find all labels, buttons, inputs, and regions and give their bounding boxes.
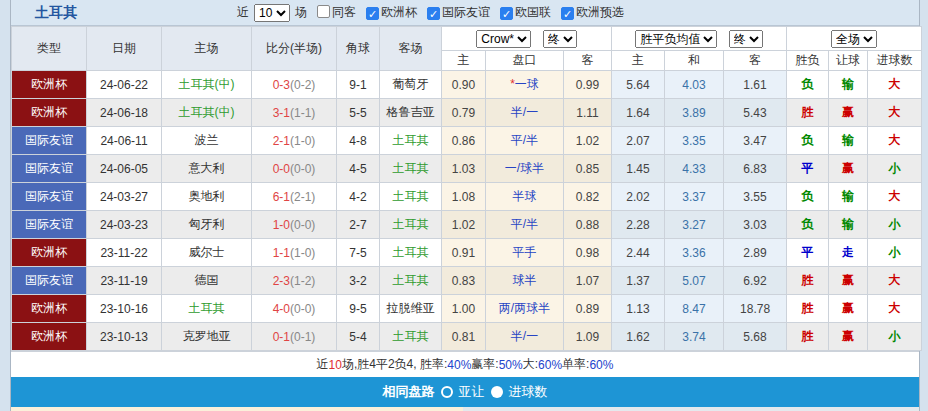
- checkbox-eurocup[interactable]: ✓欧洲杯: [358, 4, 417, 21]
- competition-type: 欧洲杯: [12, 295, 87, 323]
- corners: 7-5: [337, 239, 380, 267]
- competition-type: 欧洲杯: [12, 323, 87, 351]
- average-draw-odds: 3.74: [665, 323, 724, 351]
- handicap-home-odds: 0.83: [442, 267, 486, 295]
- same-trend-label: 相同盘路: [383, 383, 435, 401]
- result-handicap: 赢: [829, 267, 868, 295]
- away-team[interactable]: 土耳其: [380, 239, 442, 267]
- match-date: 24-06-05: [87, 155, 162, 183]
- filter-controls: 近 10 场 同客 ✓欧洲杯 ✓国际友谊 ✓欧国联 ✓欧洲预选: [237, 4, 624, 22]
- handicap-line: 半/一: [486, 99, 564, 127]
- home-team[interactable]: 土耳其: [162, 295, 252, 323]
- half-score: (0-0): [290, 218, 315, 232]
- match-row: 欧洲杯 24-06-22 土耳其(中) 0-3(0-2) 9-1 葡萄牙 0.9…: [12, 71, 922, 99]
- handicap-home-odds: 1.08: [442, 183, 486, 211]
- handicap-name: 平手: [513, 245, 537, 259]
- result-wdl: 负: [787, 211, 829, 239]
- away-team[interactable]: 格鲁吉亚: [380, 99, 442, 127]
- corners: 4-2: [337, 183, 380, 211]
- result-goals: 大: [868, 295, 922, 323]
- handicap-select-group: Crow* 终: [442, 27, 612, 51]
- corners: 3-2: [337, 267, 380, 295]
- result-goals: 大: [868, 71, 922, 99]
- eurocup-checkbox-icon[interactable]: ✓: [366, 7, 379, 20]
- result-handicap: 输: [829, 183, 868, 211]
- recent-count-select[interactable]: 10: [254, 4, 290, 22]
- handicap-home-odds: 0.81: [442, 323, 486, 351]
- competition-type: 欧洲杯: [12, 239, 87, 267]
- away-team[interactable]: 土耳其: [380, 267, 442, 295]
- away-team[interactable]: 葡萄牙: [380, 71, 442, 99]
- friendly-checkbox-icon[interactable]: ✓: [427, 7, 440, 20]
- half-score: (1-0): [290, 134, 315, 148]
- summary-prefix: 近: [317, 356, 329, 373]
- handicap-name: 半球: [513, 189, 537, 203]
- wdl-average-select[interactable]: 胜平负均值: [635, 30, 717, 48]
- home-team[interactable]: 奥地利: [162, 183, 252, 211]
- same-away-checkbox-icon[interactable]: [317, 5, 330, 18]
- away-team[interactable]: 土耳其: [380, 211, 442, 239]
- home-team[interactable]: 土耳其(中): [162, 71, 252, 99]
- average-draw-odds: 3.36: [665, 239, 724, 267]
- company-select[interactable]: Crow*: [476, 30, 531, 48]
- average-away-odds: 18.78: [724, 295, 787, 323]
- away-team[interactable]: 拉脱维亚: [380, 295, 442, 323]
- checkbox-friendly[interactable]: ✓国际友谊: [419, 4, 490, 21]
- average-home-odds: 1.45: [612, 155, 665, 183]
- average-draw-odds: 5.07: [665, 267, 724, 295]
- full-score: 0-0: [273, 162, 290, 176]
- handicap-name: 平/半: [511, 133, 538, 147]
- average-home-odds: 1.13: [612, 295, 665, 323]
- home-team[interactable]: 德国: [162, 267, 252, 295]
- col-header-away: 客场: [380, 27, 442, 71]
- col-header-date: 日期: [87, 27, 162, 71]
- scope-select-group: 全场: [787, 27, 922, 51]
- match-stats-panel: 土耳其 近 10 场 同客 ✓欧洲杯 ✓国际友谊 ✓欧国联 ✓欧洲预选 类型 日…: [10, 0, 920, 411]
- result-goals: 小: [868, 239, 922, 267]
- asian-handicap-radio[interactable]: [441, 386, 453, 398]
- summary-win-rate: 40%: [447, 358, 471, 372]
- full-score: 0-1: [273, 330, 290, 344]
- checkbox-same-away[interactable]: 同客: [309, 4, 356, 21]
- match-date: 23-11-19: [87, 267, 162, 295]
- competition-type: 国际友谊: [12, 267, 87, 295]
- away-team[interactable]: 土耳其: [380, 323, 442, 351]
- average-final-select[interactable]: 终: [729, 30, 763, 48]
- checkbox-nations-league[interactable]: ✓欧国联: [492, 4, 551, 21]
- handicap-line: 两/两球半: [486, 295, 564, 323]
- handicap-final-select[interactable]: 终: [543, 30, 577, 48]
- home-team[interactable]: 威尔士: [162, 239, 252, 267]
- nations-league-checkbox-icon[interactable]: ✓: [500, 7, 513, 20]
- away-team[interactable]: 土耳其: [380, 155, 442, 183]
- home-team[interactable]: 匈牙利: [162, 211, 252, 239]
- average-draw-odds: 4.33: [665, 155, 724, 183]
- checkbox-euro-qualifier[interactable]: ✓欧洲预选: [553, 4, 624, 21]
- col-header-home: 主场: [162, 27, 252, 71]
- scope-select[interactable]: 全场: [831, 30, 877, 48]
- score-cell: 2-3(1-2): [252, 267, 337, 295]
- home-team[interactable]: 意大利: [162, 155, 252, 183]
- away-team[interactable]: 土耳其: [380, 183, 442, 211]
- euro-qualifier-checkbox-icon[interactable]: ✓: [561, 7, 574, 20]
- average-home-odds: 2.07: [612, 127, 665, 155]
- result-goals: 大: [868, 99, 922, 127]
- goals-label: 进球数: [509, 383, 548, 401]
- col-header-score: 比分(半场): [252, 27, 337, 71]
- average-away-odds: 1.61: [724, 71, 787, 99]
- handicap-away-odds: 1.11: [564, 99, 612, 127]
- average-home-odds: 1.37: [612, 267, 665, 295]
- corners: 2-7: [337, 211, 380, 239]
- away-team[interactable]: 土耳其: [380, 127, 442, 155]
- footer-filter-bar: 相同盘路 亚让 进球数: [11, 377, 919, 407]
- home-team[interactable]: 土耳其(中): [162, 99, 252, 127]
- full-score: 2-1: [273, 134, 290, 148]
- score-cell: 3-1(1-1): [252, 99, 337, 127]
- competition-type: 国际友谊: [12, 211, 87, 239]
- goals-radio[interactable]: [491, 386, 503, 398]
- result-wdl: 胜: [787, 295, 829, 323]
- match-row: 国际友谊 24-03-23 匈牙利 1-0(0-0) 2-7 土耳其 1.02 …: [12, 211, 922, 239]
- handicap-home-odds: 0.90: [442, 71, 486, 99]
- score-cell: 6-1(2-1): [252, 183, 337, 211]
- home-team[interactable]: 克罗地亚: [162, 323, 252, 351]
- home-team[interactable]: 波兰: [162, 127, 252, 155]
